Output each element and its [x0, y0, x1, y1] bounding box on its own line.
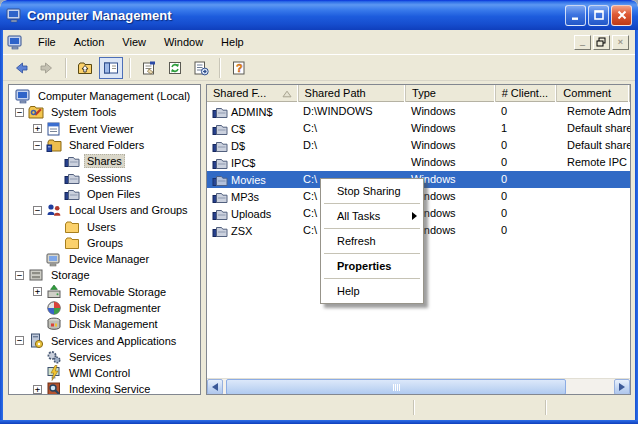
tree-item-label: Shares [84, 154, 125, 168]
services-apps-icon [28, 333, 44, 349]
tree-item-groups[interactable]: Groups [9, 235, 200, 251]
scroll-left-button[interactable] [207, 379, 223, 395]
up-one-level-button[interactable] [73, 57, 97, 79]
menu-file[interactable]: File [29, 33, 65, 51]
tree-item-device-manager[interactable]: Device Manager [9, 251, 200, 267]
context-menu: Stop SharingAll TasksRefreshPropertiesHe… [320, 178, 424, 304]
tree-item-computer-management-local-[interactable]: Computer Management (Local) [9, 88, 200, 104]
help-button[interactable]: ? [227, 57, 251, 79]
shared-folder-cell: ADMIN$ [207, 103, 299, 120]
tree-item-disk-management[interactable]: Disk Management [9, 316, 200, 332]
share-row-admin-[interactable]: ADMIN$D:\WINDOWSWindows0Remote Admin [207, 103, 630, 120]
minimize-child-button[interactable]: _ [574, 35, 591, 50]
tree-item-services[interactable]: Services [9, 349, 200, 365]
submenu-arrow-icon [412, 212, 417, 220]
system-tools-icon [28, 104, 44, 120]
collapse-toggle-icon[interactable]: − [15, 336, 24, 345]
show-hide-console-tree-button[interactable] [99, 57, 123, 79]
collapse-toggle-icon[interactable]: − [33, 141, 42, 150]
shared-folder-icon [212, 172, 228, 188]
column-header-type[interactable]: Type [406, 85, 496, 102]
menu-action[interactable]: Action [65, 33, 114, 51]
share-row-c-[interactable]: C$C:\Windows1Default share [207, 120, 630, 137]
restore-child-button[interactable] [593, 35, 610, 50]
shared-folders-icon [46, 137, 62, 153]
shared-folder-icon [212, 223, 228, 239]
context-menu-help[interactable]: Help [321, 281, 423, 301]
disk-management-icon [46, 316, 62, 332]
tree-item-shared-folders[interactable]: −Shared Folders [9, 137, 200, 153]
tree-item-removable-storage[interactable]: +Removable Storage [9, 284, 200, 300]
horizontal-scrollbar[interactable] [207, 378, 630, 394]
expand-toggle-icon[interactable]: + [33, 385, 42, 394]
expand-toggle-icon[interactable]: + [33, 124, 42, 133]
menu-view[interactable]: View [113, 33, 155, 51]
tree-item-sessions[interactable]: Sessions [9, 169, 200, 185]
tree-item-services-and-applications[interactable]: −Services and Applications [9, 332, 200, 348]
back-button[interactable] [9, 57, 33, 79]
collapse-toggle-icon[interactable]: − [33, 206, 42, 215]
context-menu-stop-sharing[interactable]: Stop Sharing [321, 181, 423, 201]
context-menu-refresh[interactable]: Refresh [321, 231, 423, 251]
export-list-button[interactable] [189, 57, 213, 79]
tree-item-local-users-and-groups[interactable]: −Local Users and Groups [9, 202, 200, 218]
shared-folder-icon [212, 104, 228, 120]
shared-folder-icon [212, 189, 228, 205]
menu-help[interactable]: Help [212, 33, 253, 51]
shared-folder-cell: D$ [207, 137, 299, 154]
scroll-right-button[interactable] [614, 379, 630, 395]
scroll-thumb[interactable] [226, 379, 566, 395]
tree-indent [9, 161, 51, 162]
clients-cell: 0 [497, 137, 559, 154]
type-cell: Windows [407, 137, 497, 154]
tree-item-users[interactable]: Users [9, 218, 200, 234]
share-row-d-[interactable]: D$D:\Windows0Default share [207, 137, 630, 154]
event-viewer-icon [46, 121, 62, 137]
collapse-toggle-icon[interactable]: − [15, 271, 24, 280]
arrow-right-icon [39, 60, 55, 76]
expand-toggle-icon[interactable]: + [33, 287, 42, 296]
shared-folder-cell: C$ [207, 120, 299, 137]
refresh-button[interactable] [163, 57, 187, 79]
clients-cell: 1 [497, 120, 559, 137]
tree-indent [9, 308, 33, 309]
minimize-button[interactable] [565, 5, 586, 26]
tree-item-event-viewer[interactable]: +Event Viewer [9, 121, 200, 137]
properties-button[interactable] [137, 57, 161, 79]
column-header-comment[interactable]: Comment [557, 85, 630, 102]
mdi-window-controls: _× [574, 35, 629, 50]
tree-item-shares[interactable]: Shares [9, 153, 200, 169]
tree-item-disk-defragmenter[interactable]: Disk Defragmenter [9, 300, 200, 316]
close-button[interactable] [611, 5, 632, 26]
shared-path-cell [299, 154, 407, 171]
share-name: ZSX [231, 225, 252, 237]
tree-item-system-tools[interactable]: −System Tools [9, 104, 200, 120]
context-menu-item-label: Help [337, 285, 360, 297]
refresh-icon [167, 60, 183, 76]
share-name: Uploads [231, 208, 271, 220]
maximize-button[interactable] [588, 5, 609, 26]
menu-window[interactable]: Window [155, 33, 212, 51]
console-tree[interactable]: Computer Management (Local)−System Tools… [8, 84, 201, 395]
context-menu-all-tasks[interactable]: All Tasks [321, 206, 423, 226]
tree-indent [9, 291, 33, 292]
title-bar[interactable]: Computer Management [0, 0, 638, 30]
shared-path-cell: D:\WINDOWS [299, 103, 407, 120]
shared-folder-cell: MP3s [207, 188, 299, 205]
context-menu-properties[interactable]: Properties [321, 256, 423, 276]
column-header-shared-path[interactable]: Shared Path [299, 85, 406, 102]
clients-cell: 0 [497, 171, 559, 188]
tree-item-storage[interactable]: −Storage [9, 267, 200, 283]
properties-sheet-icon [141, 60, 157, 76]
share-row-ipc-[interactable]: IPC$Windows0Remote IPC [207, 154, 630, 171]
context-menu-item-label: Refresh [337, 235, 376, 247]
menu-items: FileActionViewWindowHelp [29, 36, 253, 48]
collapse-toggle-icon[interactable]: − [15, 108, 24, 117]
column-header--client-[interactable]: # Client... [496, 85, 558, 102]
forward-button[interactable] [35, 57, 59, 79]
tree-item-open-files[interactable]: Open Files [9, 186, 200, 202]
tree-item-indexing-service[interactable]: +Indexing Service [9, 381, 200, 395]
tree-item-wmi-control[interactable]: WMI Control [9, 365, 200, 381]
column-header-shared-f-[interactable]: Shared F... [207, 85, 299, 102]
tree-item-label: Services [66, 350, 114, 364]
